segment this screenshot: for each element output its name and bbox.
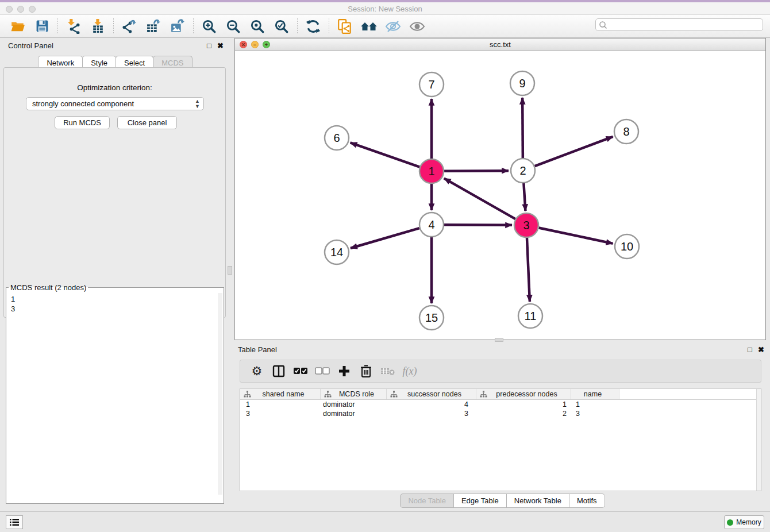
export-image-icon[interactable]	[168, 17, 187, 36]
close-panel-icon[interactable]: ✖	[217, 41, 224, 50]
float-table-panel-icon[interactable]: □	[748, 345, 752, 354]
mcds-result-group: MCDS result (2 nodes) 1 3	[6, 283, 224, 504]
column-header-successor-nodes[interactable]: successor nodes	[387, 389, 476, 399]
table-toolbar: ⚙ f(x)	[240, 360, 761, 383]
column-header-name[interactable]: name	[571, 389, 619, 399]
delete-table-icon[interactable]	[379, 363, 396, 380]
network-view-window: ✕ − + scc.txt 7968124314101511	[234, 38, 766, 340]
memory-button[interactable]: Memory	[724, 515, 764, 529]
graph-edge-2-3[interactable]	[523, 183, 525, 211]
close-table-panel-icon[interactable]: ✖	[758, 345, 764, 354]
table-scrollbar[interactable]	[756, 389, 761, 491]
table-cell[interactable]: 3	[571, 410, 619, 418]
first-neighbors-icon[interactable]	[359, 17, 379, 36]
gear-icon[interactable]: ⚙	[248, 363, 265, 380]
graph-edge-3-1[interactable]	[444, 178, 515, 219]
split-view-icon[interactable]	[270, 363, 287, 380]
horizontal-splitter-handle[interactable]	[495, 338, 503, 342]
table-row[interactable]: 3dominator323	[240, 409, 761, 418]
table-row[interactable]: 1dominator411	[240, 400, 761, 409]
graph-edge-1-6[interactable]	[351, 142, 420, 167]
table-cell[interactable]: dominator	[321, 410, 387, 418]
main-toolbar	[0, 15, 770, 38]
network-view-title: scc.txt	[235, 40, 765, 49]
open-folder-icon[interactable]	[8, 17, 28, 36]
tab-node-table[interactable]: Node Table	[400, 494, 454, 508]
graph-edge-4-14[interactable]	[351, 228, 419, 248]
graph-node-label: 15	[425, 311, 438, 324]
memory-label: Memory	[736, 518, 761, 526]
search-box[interactable]	[595, 18, 763, 31]
close-panel-button[interactable]: Close panel	[117, 116, 177, 129]
hierarchy-icon	[244, 391, 251, 398]
show-details-icon[interactable]	[407, 17, 427, 36]
zoom-selected-icon[interactable]	[272, 17, 291, 36]
column-header-shared-name[interactable]: shared name	[240, 389, 321, 399]
optimization-criterion-label: Optimization criterion:	[4, 83, 225, 92]
result-scrollbar[interactable]	[218, 293, 222, 495]
graph-edge-4-3[interactable]	[444, 225, 512, 225]
titlebar: Session: New Session	[0, 0, 770, 15]
hierarchy-icon	[480, 391, 487, 398]
table-cell[interactable]: 4	[387, 400, 476, 408]
export-network-icon[interactable]	[120, 17, 139, 36]
function-builder-icon[interactable]: f(x)	[401, 363, 418, 380]
table-body: 1dominator4113dominator323	[240, 400, 761, 418]
refresh-layout-icon[interactable]	[303, 17, 323, 36]
import-table-icon[interactable]	[88, 17, 107, 36]
graph-node-label: 4	[428, 218, 434, 231]
search-input[interactable]	[610, 20, 759, 30]
table-cell[interactable]: 3	[240, 410, 321, 418]
mcds-panel: Optimization criterion: strongly connect…	[3, 67, 226, 318]
add-row-icon[interactable]	[336, 363, 353, 380]
save-session-icon[interactable]	[32, 17, 52, 36]
hide-details-icon[interactable]	[383, 17, 403, 36]
network-graph-canvas[interactable]: 7968124314101511	[235, 51, 765, 340]
tab-motifs[interactable]: Motifs	[569, 494, 605, 508]
hierarchy-icon	[390, 391, 398, 398]
control-panel-title: Control Panel	[8, 41, 53, 50]
app-title: Session: New Session	[0, 5, 770, 13]
import-network-icon[interactable]	[64, 17, 83, 36]
table-cell[interactable]: 1	[571, 400, 619, 408]
zoom-out-icon[interactable]	[224, 17, 243, 36]
graph-edge-1-2[interactable]	[444, 171, 509, 171]
criterion-select[interactable]: strongly connected component ▲▼	[26, 97, 204, 110]
table-cell[interactable]: 1	[240, 400, 321, 408]
run-mcds-button[interactable]: Run MCDS	[55, 116, 110, 129]
table-cell[interactable]: 1	[476, 400, 571, 408]
graph-edge-3-10[interactable]	[539, 228, 613, 244]
deselect-all-checkboxes-icon[interactable]	[314, 363, 331, 380]
search-icon	[599, 21, 608, 30]
table-cell[interactable]: dominator	[321, 400, 387, 408]
float-panel-icon[interactable]: □	[207, 41, 211, 50]
select-all-checkboxes-icon[interactable]	[292, 363, 309, 380]
graph-edge-3-11[interactable]	[527, 238, 530, 302]
network-window-titlebar[interactable]: ✕ − + scc.txt	[235, 38, 765, 51]
table-cell[interactable]: 2	[476, 410, 571, 418]
tab-edge-table[interactable]: Edge Table	[453, 494, 507, 508]
graph-node-label: 2	[519, 164, 526, 177]
task-history-button[interactable]	[6, 515, 23, 529]
toolbar-separator	[193, 18, 194, 34]
toolbar-separator	[113, 18, 114, 34]
delete-row-icon[interactable]	[357, 363, 375, 380]
column-header-mcds-role[interactable]: MCDS role	[321, 389, 387, 399]
mcds-result-text[interactable]: 1 3	[7, 293, 218, 495]
zoom-in-icon[interactable]	[199, 17, 219, 36]
zoom-fit-icon[interactable]	[248, 17, 267, 36]
graph-node-label: 3	[523, 219, 529, 232]
select-stepper-icon: ▲▼	[195, 99, 200, 109]
vertical-splitter-handle[interactable]	[228, 266, 232, 275]
graph-node-label: 8	[623, 125, 629, 138]
graph-edge-2-8[interactable]	[535, 137, 613, 166]
mcds-result-title: MCDS result (2 nodes)	[9, 283, 88, 292]
memory-status-icon	[727, 519, 733, 526]
tab-network-table[interactable]: Network Table	[506, 494, 569, 508]
column-header-predecessor-nodes[interactable]: predecessor nodes	[476, 389, 571, 399]
graph-edge-2-9[interactable]	[522, 98, 523, 158]
table-panel: Table Panel □ ✖ ⚙ f(x)	[234, 342, 770, 511]
table-cell[interactable]: 3	[387, 410, 476, 418]
export-table-icon[interactable]	[144, 17, 163, 36]
clone-network-icon[interactable]	[335, 17, 355, 36]
